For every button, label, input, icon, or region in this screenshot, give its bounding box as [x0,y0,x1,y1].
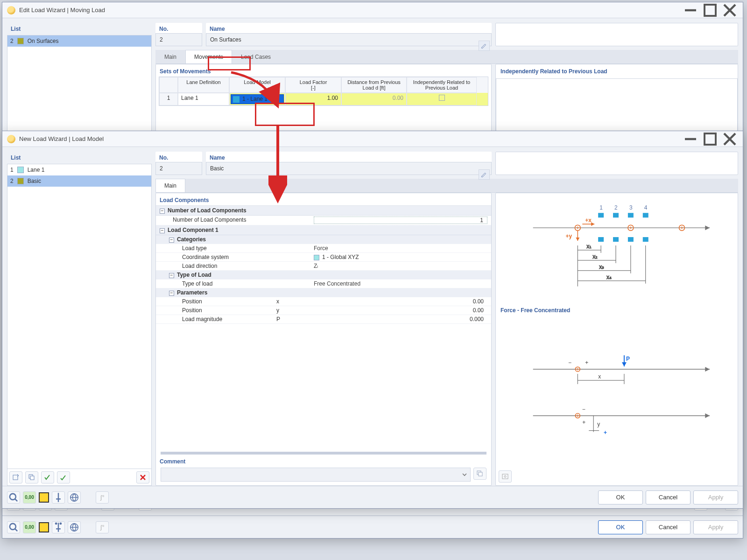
edit-name-button[interactable] [479,169,490,180]
name-field[interactable]: On Surfaces [206,33,492,46]
diagram-top: 1234 +x +y [496,193,738,301]
tree-header: Categories [177,236,206,243]
tree-value[interactable]: 0.00 [314,298,487,305]
list-item[interactable]: 2 Basic [7,175,151,187]
chevron-down-icon[interactable] [462,472,467,477]
tab-main[interactable]: Main [155,50,185,63]
svg-text:+: + [585,359,588,366]
tree-value[interactable]: 0.00 [314,307,487,314]
tree-label: Number of Load Components [160,217,276,224]
list-item-num: 2 [10,38,14,44]
apply-button[interactable]: Apply [693,490,738,504]
no-label: No. [155,23,202,33]
svg-text:x₂: x₂ [592,253,598,260]
annotation-arrow-1 [224,70,299,131]
list-toolbar [7,469,152,486]
cancel-button[interactable]: Cancel [646,490,691,504]
globe-icon[interactable] [68,521,81,533]
copy-icon[interactable] [25,471,38,483]
movements-grid[interactable]: Lane Definition Load Model Load Factor [… [159,77,488,106]
maximize-button[interactable] [702,4,719,16]
color-swatch-button[interactable] [39,492,49,503]
svg-text:−: − [568,359,571,366]
comment-field[interactable] [161,468,471,482]
tab-movements[interactable]: Movements [185,50,232,63]
svg-text:P: P [626,356,630,362]
tab-bar: Main [155,179,738,193]
comment-library-icon[interactable] [473,468,486,480]
tree-label: Load magnitude [160,316,276,322]
pin-icon[interactable] [52,521,65,533]
ok-button[interactable]: OK [598,520,643,534]
check2-icon[interactable] [57,471,70,483]
globe-icon[interactable] [68,491,81,504]
units-icon[interactable]: 0,00 [23,521,36,533]
cell-lane[interactable]: Lane 1 [178,93,229,105]
tab-main[interactable]: Main [155,179,185,192]
svg-text:x₄: x₄ [606,274,612,280]
svg-text:+: + [582,419,585,426]
svg-rect-25 [479,472,482,476]
apply-button[interactable]: Apply [693,520,738,534]
tree-value[interactable]: 0.000 [314,316,487,322]
collapse-icon[interactable]: − [160,209,165,214]
function-icon[interactable]: ∫° [96,521,109,533]
no-field[interactable]: 2 [155,162,202,175]
tree-value[interactable]: 1 - Global XYZ [314,254,487,260]
tab-load-cases[interactable]: Load Cases [232,50,280,63]
cell-distance[interactable]: 0.00 [341,93,407,105]
close-button[interactable] [721,4,738,16]
list-item[interactable]: 1 Lane 1 [7,164,151,175]
check-icon[interactable] [41,471,54,483]
name-field[interactable]: Basic [206,162,492,175]
tree-value[interactable]: Force [314,245,487,252]
swatch-icon [17,38,24,44]
delete-icon[interactable] [136,471,149,483]
preview-icon[interactable] [499,470,512,483]
annotation-arrow-2 [268,126,287,210]
minimize-button[interactable] [682,133,699,145]
property-tree[interactable]: −Number of Load Components Number of Loa… [156,205,491,448]
col-lane-definition: Lane Definition [178,77,229,93]
titlebar: Edit Load Wizard | Moving Load [2,2,743,18]
edit-name-button[interactable] [479,41,490,51]
function-icon[interactable]: ∫° [96,491,109,504]
search-icon[interactable] [7,521,20,533]
tree-value[interactable]: 1 [314,217,487,224]
tab-bar: Main Movements Load Cases [155,50,738,64]
app-icon [7,6,15,14]
close-button[interactable] [721,133,738,145]
new-icon[interactable] [9,471,22,483]
minimize-button[interactable] [682,4,699,16]
svg-point-76 [10,493,16,499]
collapse-icon[interactable]: − [169,291,174,296]
window-title: New Load Wizard | Load Model [19,135,682,142]
search-icon[interactable] [7,491,20,504]
svg-rect-33 [643,213,648,217]
tree-value[interactable]: Zₗ [314,263,487,269]
cell-indep[interactable] [407,93,477,105]
maximize-button[interactable] [702,133,719,145]
collapse-icon[interactable]: − [169,238,174,243]
units-icon[interactable]: 0,00 [23,491,36,504]
list-item[interactable]: 2 On Surfaces [7,35,151,47]
color-swatch-button[interactable] [39,522,49,532]
ok-button[interactable]: OK [598,490,643,504]
cancel-button[interactable]: Cancel [646,520,691,534]
svg-rect-32 [628,213,634,217]
no-label: No. [155,152,202,162]
list-box[interactable]: 1 Lane 1 2 Basic [7,164,152,469]
collapse-icon[interactable]: − [169,273,174,278]
tree-label: Type of load [160,280,276,287]
collapse-icon[interactable]: − [160,228,165,233]
svg-rect-34 [598,237,604,242]
no-field[interactable]: 2 [155,33,202,46]
pin-icon[interactable] [52,491,65,504]
list-item-label: On Surfaces [28,38,59,44]
tree-label: Position [160,298,276,305]
svg-text:x: x [598,373,601,380]
svg-rect-23 [30,476,34,480]
svg-point-18 [59,522,62,525]
grid-row[interactable]: 1 Lane 1 1 - Lane 1 1.00 0.00 [159,93,488,105]
tree-value[interactable]: Free Concentrated [314,280,487,287]
